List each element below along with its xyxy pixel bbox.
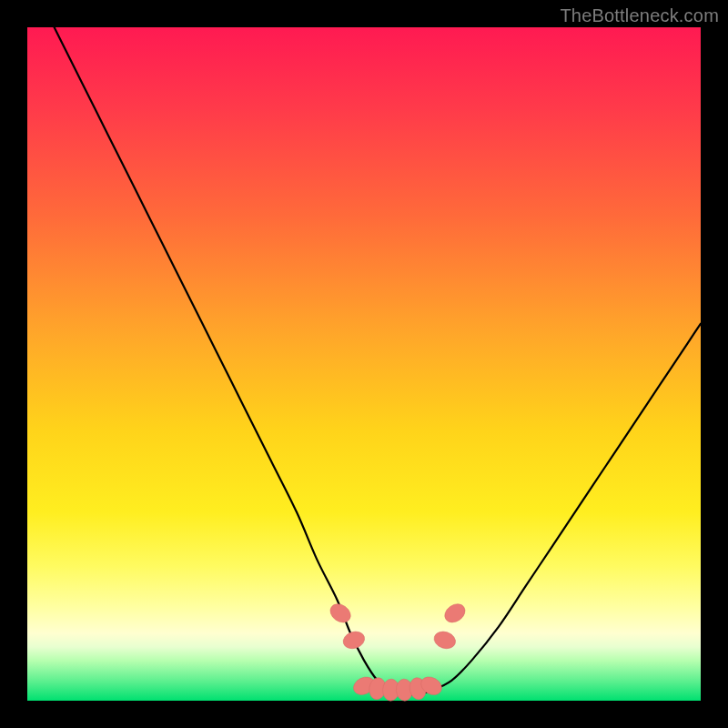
curve-svg [27, 27, 701, 701]
highlight-markers [327, 601, 469, 702]
bottleneck-curve [55, 27, 701, 694]
marker-point [441, 601, 469, 627]
marker-point [432, 629, 458, 652]
plot-area [27, 27, 701, 701]
chart-frame: TheBottleneck.com [0, 0, 728, 728]
marker-point [327, 601, 354, 627]
watermark-text: TheBottleneck.com [560, 5, 719, 26]
marker-point [341, 629, 367, 652]
